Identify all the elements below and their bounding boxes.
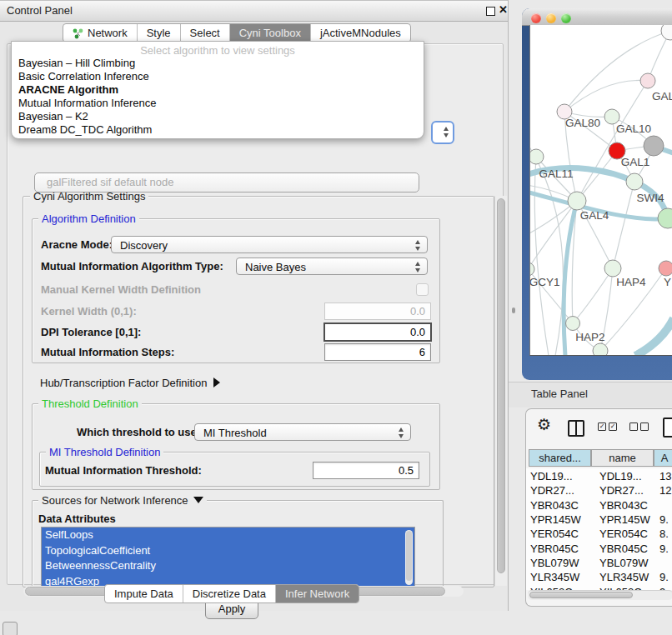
table-cell: 9.: [659, 542, 669, 555]
network-view-window[interactable]: GALGAL80GAL10GAL1GAL11SWI4GAL4GCY1HAP4YH…: [522, 8, 672, 380]
hub-definition-label: Hub/Transcription Factor Definition: [40, 377, 207, 389]
aracne-mode-combo[interactable]: Discovery: [111, 236, 428, 253]
tab-style[interactable]: Style: [138, 24, 181, 42]
close-traffic-light-icon[interactable]: [531, 13, 541, 23]
split-columns-icon[interactable]: [568, 420, 584, 437]
algorithm-option[interactable]: ARACNE Algorithm: [12, 83, 424, 97]
table-row[interactable]: YBR045CYBR045C9.: [526, 542, 672, 557]
tab-cyni-toolbox[interactable]: Cyni Toolbox: [230, 24, 311, 42]
algorithm-option[interactable]: Bayesian – Hill Climbing: [12, 57, 424, 70]
mi-threshold-field[interactable]: 0.5: [313, 462, 419, 479]
mi-steps-label: Mutual Information Steps:: [41, 346, 174, 358]
table-cell: 9.: [659, 513, 669, 526]
table-cell: YER054C: [530, 528, 579, 540]
network-icon: [73, 28, 83, 39]
table-row[interactable]: YBL079WYBL079W: [526, 557, 672, 571]
network-table-combo[interactable]: galFiltered sif default node: [34, 172, 419, 192]
float-window-icon[interactable]: [486, 7, 495, 16]
table-row[interactable]: YDR27...YDR27...12: [526, 484, 672, 498]
network-node-swi4[interactable]: [626, 173, 643, 190]
data-attributes-list[interactable]: SelfLoopsTopologicalCoefficientBetweenne…: [41, 527, 415, 592]
hide-panel-button[interactable]: [3, 622, 18, 635]
table-panel: ⚙ ✓ ✓ shared...nameA YDL19...YDL19...13Y…: [525, 408, 672, 607]
table-horizontal-scrollbar[interactable]: [528, 590, 672, 600]
network-node[interactable]: [644, 136, 664, 156]
table-cell: YBL079W: [530, 557, 579, 569]
mi-threshold-group: MI Threshold Definition Mutual Informati…: [39, 452, 430, 487]
table-cell: YBL079W: [599, 557, 649, 569]
attribute-list-item[interactable]: SelfLoops: [42, 528, 414, 543]
network-node-hap4[interactable]: [604, 260, 621, 277]
tab-discretize-data[interactable]: Discretize Data: [183, 585, 276, 602]
document-icon[interactable]: [663, 418, 672, 438]
mi-algorithm-type-combo[interactable]: Naive Bayes: [236, 258, 428, 275]
table-row[interactable]: YLR345WYLR345W9.: [526, 571, 672, 585]
close-icon[interactable]: ✕: [499, 3, 508, 16]
sources-title[interactable]: Sources for Network Inference: [38, 494, 207, 507]
network-edge-thick[interactable]: [635, 318, 672, 355]
node-label: GCY1: [530, 276, 559, 288]
tab-jactivemnodules[interactable]: jActiveMNodules: [311, 24, 410, 42]
table-row[interactable]: YER054CYER054C8.: [526, 528, 672, 542]
network-node-gal4[interactable]: [568, 192, 586, 210]
node-label: GAL11: [539, 168, 573, 180]
tab-impute-data[interactable]: Impute Data: [105, 585, 183, 602]
network-node-gal11[interactable]: [530, 149, 544, 164]
minimize-traffic-light-icon[interactable]: [546, 13, 556, 23]
splitter-handle[interactable]: [512, 308, 515, 313]
table-cell: YBR045C: [599, 542, 648, 555]
settings-vertical-scrollbar[interactable]: [494, 196, 507, 586]
tab-infer-network[interactable]: Infer Network: [276, 585, 359, 602]
network-node-gal[interactable]: [640, 73, 655, 88]
kernel-width-field[interactable]: 0.0: [324, 302, 431, 320]
network-node[interactable]: [661, 25, 672, 40]
data-attributes-label: Data Attributes: [38, 512, 116, 525]
desktop: Control Panel ✕ NetworkStyleSelectCyni T…: [0, 0, 672, 635]
checked-box-icon[interactable]: ✓: [598, 422, 606, 431]
table-cell: 12: [659, 484, 671, 497]
manual-kernel-width-checkbox[interactable]: [416, 283, 429, 296]
table-row[interactable]: YBR043CYBR043C: [526, 499, 672, 513]
algorithm-option[interactable]: Dream8 DC_TDC Algorithm: [12, 123, 424, 137]
table-row[interactable]: YDL19...YDL19...13: [526, 470, 672, 484]
spinner-arrows-icon: [415, 262, 421, 272]
table-cell: YDR27...: [599, 484, 644, 497]
which-threshold-combo[interactable]: MI Threshold: [194, 423, 411, 441]
table-row[interactable]: YPR145WYPR145W9.: [526, 513, 672, 528]
table-toolbar: ⚙ ✓ ✓: [526, 409, 672, 447]
table-cell: 9.: [659, 571, 669, 583]
hub-definition-expander[interactable]: Hub/Transcription Factor Definition: [40, 377, 220, 389]
column-header-2[interactable]: name: [591, 449, 654, 467]
tab-network[interactable]: Network: [63, 24, 138, 42]
gear-icon[interactable]: ⚙: [537, 415, 551, 434]
dpi-tolerance-field[interactable]: 0.0: [323, 322, 432, 342]
spinner-arrows-icon: [415, 240, 421, 251]
checked-box-icon[interactable]: ✓: [609, 422, 617, 431]
network-edge[interactable]: [613, 182, 634, 268]
unchecked-box-icon[interactable]: [629, 422, 638, 431]
algorithm-option[interactable]: Basic Correlation Inference: [12, 70, 424, 83]
network-node[interactable]: [593, 343, 608, 355]
network-node-y[interactable]: [659, 261, 672, 276]
network-node-hap2[interactable]: [566, 317, 580, 331]
zoom-traffic-light-icon[interactable]: [561, 13, 571, 23]
tab-select[interactable]: Select: [181, 24, 230, 42]
network-node[interactable]: [658, 208, 672, 228]
attribute-list-item[interactable]: TopologicalCoefficient: [42, 543, 414, 559]
column-header-1[interactable]: shared...: [529, 449, 591, 467]
mi-steps-field[interactable]: 6: [324, 343, 431, 361]
network-canvas[interactable]: GALGAL80GAL10GAL1GAL11SWI4GAL4GCY1HAP4YH…: [529, 25, 672, 356]
attributes-scrollbar[interactable]: [405, 530, 413, 585]
algorithm-option[interactable]: Mutual Information Inference: [12, 97, 424, 110]
network-window-titlebar[interactable]: [522, 8, 672, 26]
unchecked-box-icon[interactable]: [640, 422, 649, 431]
column-header-3[interactable]: A: [654, 449, 672, 467]
node-label: HAP2: [575, 331, 604, 343]
attribute-list-item[interactable]: BetweennessCentrality: [42, 558, 414, 574]
table-cell: YPR145W: [530, 513, 581, 526]
mi-algorithm-type-label: Mutual Information Algorithm Type:: [41, 260, 223, 272]
aracne-mode-label: Aracne Mode:: [41, 238, 113, 251]
algorithm-option[interactable]: Bayesian – K2: [12, 110, 424, 123]
node-label: GAL1: [621, 156, 650, 168]
network-node-gcy1[interactable]: [530, 262, 534, 276]
